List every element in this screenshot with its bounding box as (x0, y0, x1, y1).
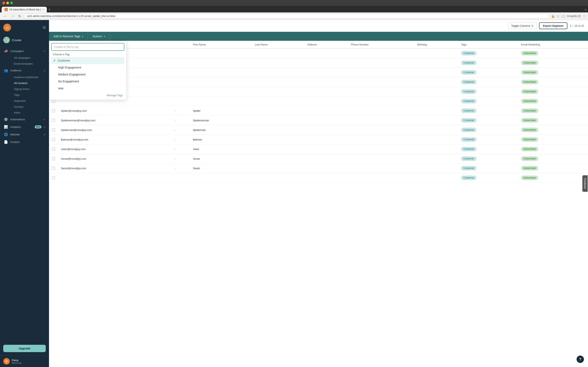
sidebar-item-audience[interactable]: 👥 Audience ∧ (0, 67, 49, 74)
row-expand-icon[interactable]: › (174, 157, 175, 160)
row-email: Spiderwoman@moodjoy.com (58, 116, 172, 125)
sidebar-item-segments[interactable]: Segments (10, 98, 49, 104)
row-address (304, 106, 348, 116)
row-address (304, 164, 348, 173)
sidebar-item-inbox[interactable]: Inbox (10, 110, 49, 116)
row-expand-icon[interactable]: › (174, 167, 175, 170)
row-expand-icon[interactable]: › (174, 148, 175, 151)
sidebar-item-tags[interactable]: Tags (10, 92, 49, 98)
split-view-icon[interactable]: ⬜ (562, 15, 565, 18)
menu-icon[interactable]: ⋮ (583, 15, 586, 18)
browser-menu-icon[interactable]: ≡ (585, 8, 586, 11)
row-tag-badge: Customer (461, 166, 476, 170)
main-header: Toggle Columns ∨ Export Segment 1 – 15 o… (49, 20, 588, 32)
row-tags: Customer (458, 106, 518, 116)
feedback-tab[interactable]: Feedback (582, 175, 588, 192)
row-lastname (252, 77, 304, 87)
audience-label: Audience (10, 69, 42, 72)
minimize-dot[interactable] (6, 2, 9, 4)
tag-search-input[interactable] (51, 43, 124, 51)
tab-close-icon[interactable]: × (42, 8, 44, 11)
row-checkbox[interactable] (52, 119, 55, 122)
row-email: Spider@moodjoy.com (58, 106, 172, 116)
actions-button[interactable]: Actions ∨ (88, 32, 110, 41)
tag-option-no-engagement[interactable]: No Engagement (51, 78, 124, 85)
sidebar-item-campaigns[interactable]: 📣 Campaigns ∧ (0, 47, 49, 55)
sidebar-item-signup-forms[interactable]: Signup forms (10, 86, 49, 92)
address-bar[interactable]: us21.admin.mailchimp.com/lists/members/#… (24, 14, 550, 18)
back-button[interactable]: ← (2, 14, 8, 18)
sidebar-toggle-button[interactable]: ⊟ (43, 25, 46, 30)
row-subscribed-badge: Subscribed (521, 108, 538, 113)
sidebar-item-website[interactable]: 🌐 Website ∨ (0, 131, 49, 138)
sidebar-item-analytics[interactable]: 📊 Analytics New ∨ (0, 123, 49, 131)
sidebar-item-all-contacts[interactable]: All contacts (10, 80, 49, 86)
row-arrow-cell: › (172, 164, 190, 173)
bookmark-icon[interactable]: ☆ (557, 15, 559, 18)
sidebar-item-audience-dashboard[interactable]: Audience dashboard (10, 74, 49, 80)
tag-label: Customer (58, 59, 70, 62)
row-expand-icon[interactable]: › (174, 119, 175, 122)
forward-button[interactable]: → (10, 14, 16, 18)
row-checkbox[interactable] (52, 167, 55, 170)
row-checkbox-cell (49, 173, 58, 183)
row-checkbox-cell (49, 144, 58, 154)
row-checkbox[interactable] (52, 147, 55, 151)
row-expand-icon[interactable]: › (174, 109, 175, 112)
row-expand-icon[interactable]: › (174, 129, 175, 132)
row-checkbox[interactable] (52, 109, 55, 112)
row-firstname (190, 58, 252, 68)
row-checkbox[interactable] (52, 157, 55, 160)
row-address (304, 48, 348, 58)
table-row: Customer Subscribed (49, 58, 588, 68)
row-tags: Customer (458, 125, 518, 135)
row-birthday (415, 87, 458, 96)
sidebar-item-email-templates[interactable]: Email templates (10, 61, 49, 67)
toggle-columns-button[interactable]: Toggle Columns ∨ (508, 23, 536, 29)
row-subscribed-badge: Subscribed (521, 156, 538, 161)
manage-tags-link[interactable]: Manage Tags (51, 92, 124, 98)
active-tab[interactable]: C All subscribers of Mood Joy | × (2, 7, 47, 12)
row-tag-badge: Customer (461, 156, 476, 161)
row-expand-icon[interactable]: › (174, 138, 175, 141)
analytics-label: Analytics (10, 125, 31, 128)
sidebar-item-all-campaigns[interactable]: All campaigns (10, 55, 49, 61)
row-lastname (252, 125, 304, 135)
close-dot[interactable] (2, 2, 5, 4)
upgrade-button[interactable]: Upgrade (3, 345, 46, 352)
row-arrow-cell (172, 87, 190, 96)
row-email-marketing: Subscribed (518, 173, 588, 183)
new-tab-button[interactable]: + (48, 8, 51, 12)
row-phone (348, 48, 415, 58)
help-button[interactable]: ? (577, 356, 584, 363)
sidebar-item-surveys[interactable]: Surveys (10, 104, 49, 110)
col-arrow (172, 41, 190, 48)
reload-button[interactable]: ↻ (17, 14, 22, 18)
sidebar-item-content[interactable]: 📄 Content ··· (0, 138, 49, 146)
row-email: Sarah@moodjoy.com (58, 164, 172, 173)
automations-icon: ⚙️ (4, 117, 8, 121)
row-checkbox[interactable] (52, 128, 55, 132)
row-address (304, 144, 348, 154)
row-checkbox[interactable] (52, 138, 55, 141)
row-lastname (252, 154, 304, 164)
profile-icon[interactable]: Incognito (2) (567, 15, 581, 17)
export-segment-button[interactable]: Export Segment (539, 22, 568, 29)
row-tags: Customer (458, 164, 518, 173)
tag-option-new[interactable]: new (51, 85, 124, 92)
tag-option-customer[interactable]: ✓Customer (51, 57, 124, 64)
add-remove-tags-label: Add or Remove Tags (53, 35, 80, 38)
tag-option-high-engagement[interactable]: High Engagement (51, 64, 124, 71)
actions-chevron-icon: ∨ (104, 35, 105, 38)
row-checkbox[interactable] (52, 176, 55, 179)
maximize-dot[interactable] (10, 2, 13, 4)
row-email-marketing: Subscribed (518, 154, 588, 164)
extension-icon[interactable]: 🔒 (551, 15, 555, 18)
row-tag-badge: Customer (461, 99, 476, 103)
add-remove-tags-button[interactable]: Add or Remove Tags ∨ (49, 32, 88, 41)
tag-option-medium-engagement[interactable]: Medium Engagement (51, 71, 124, 78)
row-tag-badge: Customer (461, 80, 476, 84)
row-checkbox[interactable] (52, 100, 55, 103)
create-button[interactable]: ✏️ Create (3, 37, 46, 43)
sidebar-item-automations[interactable]: ⚙️ Automations ∨ (0, 116, 49, 123)
